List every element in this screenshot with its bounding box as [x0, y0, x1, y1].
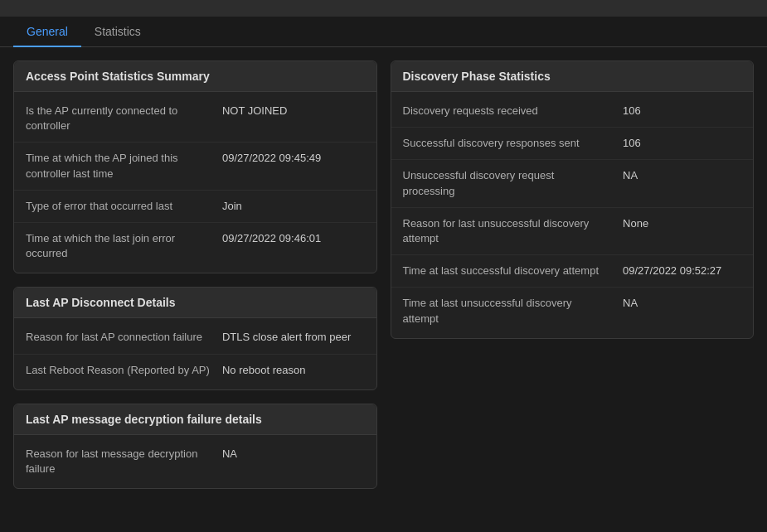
stat-value: NA [222, 447, 365, 462]
stat-value: None [623, 216, 741, 231]
main-content: Access Point Statistics SummaryIs the AP… [0, 47, 767, 502]
section-body-last-ap-disconnect: Reason for last AP connection failureDTL… [14, 318, 376, 389]
stat-value: Join [222, 199, 365, 214]
stat-row: Time at last unsuccessful discovery atte… [391, 288, 754, 334]
stat-value: NA [623, 168, 741, 183]
stat-row: Time at which the last join error occurr… [14, 223, 376, 269]
stat-value: DTLS close alert from peer [222, 330, 365, 345]
stat-label: Last Reboot Reason (Reported by AP) [26, 363, 212, 378]
stat-label: Discovery requests received [403, 104, 606, 118]
stat-label: Reason for last unsuccessful discovery a… [403, 216, 606, 246]
section-discovery-phase: Discovery Phase StatisticsDiscovery requ… [391, 60, 755, 339]
stat-value: 09/27/2022 09:45:49 [222, 151, 365, 166]
section-last-ap-decryption: Last AP message decryption failure detai… [13, 404, 377, 489]
section-body-last-ap-decryption: Reason for last message decryption failu… [14, 435, 376, 488]
stat-row: Type of error that occurred lastJoin [14, 191, 376, 223]
section-ap-stats-summary: Access Point Statistics SummaryIs the AP… [13, 60, 377, 273]
tab-general[interactable]: General [13, 17, 81, 46]
stat-row: Last Reboot Reason (Reported by AP)No re… [14, 355, 376, 386]
tab-statistics[interactable]: Statistics [81, 17, 154, 46]
stat-row: Time at which the AP joined this control… [14, 143, 376, 190]
stat-value: 09/27/2022 09:52:27 [623, 264, 741, 278]
stat-value: NA [623, 296, 741, 311]
section-body-ap-stats-summary: Is the AP currently connected to control… [14, 92, 376, 273]
stat-row: Reason for last message decryption failu… [14, 438, 376, 485]
right-column: Discovery Phase StatisticsDiscovery requ… [391, 60, 755, 489]
stat-label: Type of error that occurred last [26, 199, 212, 214]
section-header-ap-stats-summary: Access Point Statistics Summary [14, 61, 376, 92]
section-last-ap-disconnect: Last AP Disconnect DetailsReason for las… [13, 287, 377, 389]
stat-label: Reason for last message decryption failu… [26, 447, 212, 476]
stat-label: Successful discovery responses sent [403, 136, 606, 151]
stat-value: 09/27/2022 09:46:01 [222, 231, 365, 246]
title-bar [0, 0, 767, 17]
stat-row: Time at last successful discovery attemp… [391, 255, 754, 288]
stat-value: NOT JOINED [222, 104, 365, 118]
stat-row: Discovery requests received106 [391, 95, 754, 128]
section-header-last-ap-decryption: Last AP message decryption failure detai… [14, 404, 376, 435]
stat-row: Reason for last AP connection failureDTL… [14, 322, 376, 354]
section-body-discovery-phase: Discovery requests received106Successful… [391, 92, 754, 338]
stat-row: Successful discovery responses sent106 [391, 128, 754, 160]
section-header-last-ap-disconnect: Last AP Disconnect Details [14, 288, 376, 318]
stat-label: Is the AP currently connected to control… [26, 104, 212, 133]
stat-value: 106 [623, 104, 741, 118]
stat-row: Is the AP currently connected to control… [14, 95, 376, 143]
stat-value: 106 [623, 136, 741, 151]
stat-label: Time at which the AP joined this control… [26, 151, 212, 181]
stat-label: Time at last successful discovery attemp… [403, 264, 606, 278]
stat-label: Time at which the last join error occurr… [26, 231, 212, 261]
stat-row: Unsuccessful discovery request processin… [391, 160, 754, 207]
stat-row: Reason for last unsuccessful discovery a… [391, 208, 754, 255]
stat-label: Unsuccessful discovery request processin… [403, 168, 606, 198]
tabs-bar: GeneralStatistics [0, 17, 767, 47]
stat-label: Reason for last AP connection failure [26, 330, 212, 345]
section-header-discovery-phase: Discovery Phase Statistics [391, 61, 754, 92]
stat-label: Time at last unsuccessful discovery atte… [403, 296, 606, 326]
stat-value: No reboot reason [222, 363, 365, 378]
left-column: Access Point Statistics SummaryIs the AP… [13, 60, 377, 489]
